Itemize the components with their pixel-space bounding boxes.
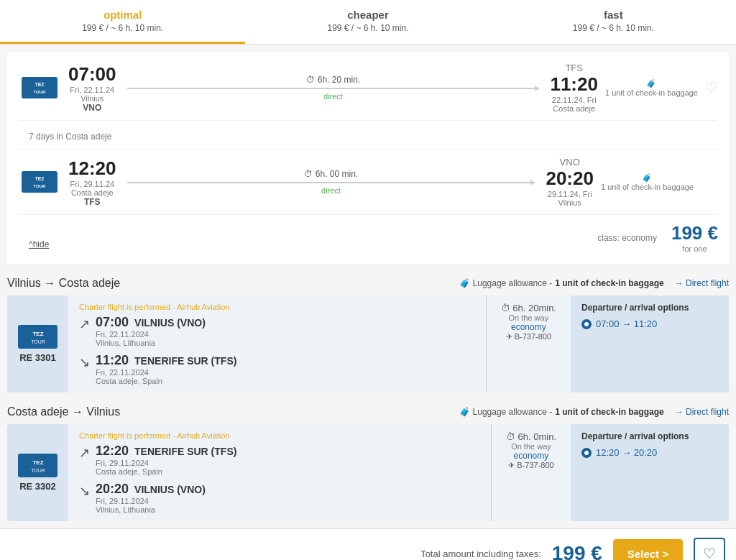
- days-text: 7 days in Costa adeje: [18, 128, 718, 142]
- wishlist-heart-outbound[interactable]: ♡: [705, 79, 718, 96]
- inbound-arr-time: 20:20: [96, 482, 129, 497]
- tabs-bar: optimal 199 € / ~ 6 h. 10 min. cheaper 1…: [0, 0, 736, 45]
- outbound-times: 07:00 Fri, 22.11.24 Vilnius VNO ⏱ 6h. 20…: [68, 63, 598, 113]
- inbound-baggage: 🧳 1 unit of check-in baggage: [601, 173, 694, 191]
- svg-text:TEZ: TEZ: [32, 459, 43, 466]
- divider-line: [18, 120, 718, 121]
- outbound-dep-details: 07:00 VILNIUS (VNO) Fri, 22.11.2024 Viln…: [96, 315, 206, 347]
- divider-line-2: [18, 149, 718, 150]
- outbound-luggage-bold: 1 unit of check-in baggage: [555, 278, 663, 288]
- baggage-icon-2: 🧳: [642, 173, 652, 182]
- inbound-flight-info: Charter flight is performed - Airhub Avi…: [68, 424, 491, 521]
- total-price: 199 €: [552, 542, 602, 560]
- inbound-depart-date: Fri, 29.11.24: [68, 180, 116, 188]
- inbound-dep-arr: ↗ 12:20 TENERIFE SUR (TFS) Fri, 29.11.20…: [79, 444, 480, 514]
- outbound-aircraft: ✈ B-737-800: [501, 332, 556, 341]
- outbound-arrive-time: 11:20: [550, 73, 598, 96]
- outbound-direct-link[interactable]: → Direct flight: [675, 278, 729, 288]
- inbound-stat-duration: ⏱ 6h. 0min.: [506, 431, 556, 442]
- svg-rect-6: [20, 326, 56, 348]
- inbound-arrive-code: VNO: [546, 157, 594, 167]
- inbound-depart-code: TFS: [68, 197, 116, 207]
- inbound-dep-details: 12:20 TENERIFE SUR (TFS) Fri, 29.11.2024…: [96, 444, 236, 476]
- svg-text:TEZ: TEZ: [34, 82, 45, 87]
- outbound-logo: TEZ TOUR: [18, 325, 58, 349]
- svg-text:TOUR: TOUR: [34, 184, 47, 188]
- inbound-dep-opt-title: Departure / arrival options: [581, 431, 718, 441]
- inbound-arr-loc: Vilnius, Lithuania: [96, 505, 206, 514]
- total-label: Total amount including taxes:: [420, 548, 541, 559]
- inbound-direct: direct: [127, 186, 535, 195]
- landing-icon-2: ↘: [79, 483, 90, 499]
- inbound-depart-block: 12:20 Fri, 29.11.24 Costa adeje TFS: [68, 157, 116, 207]
- outbound-arr-loc: Costa adeje, Spain: [96, 377, 236, 385]
- inbound-times: 12:20 Fri, 29.11.24 Costa adeje TFS ⏱ 6h…: [68, 157, 594, 207]
- inbound-class: economy: [506, 451, 556, 461]
- outbound-dep-opt-title: Departure / arrival options: [581, 303, 718, 313]
- tab-optimal[interactable]: optimal 199 € / ~ 6 h. 10 min.: [0, 0, 245, 44]
- inbound-section-header: Costa adeje → Vilnius 🧳 Luggage allowanc…: [7, 400, 729, 424]
- inbound-arr-name: VILNIUS (VNO): [134, 484, 206, 495]
- outbound-detail-section: Vilnius → Costa adeje 🧳 Luggage allowanc…: [7, 271, 729, 393]
- tab-fast-label: fast: [498, 9, 729, 21]
- hide-button[interactable]: ^hide: [18, 236, 60, 253]
- outbound-dep-opt-value: 07:00 → 11:20: [596, 318, 657, 329]
- outbound-depart-city-name: Vilnius: [80, 94, 104, 103]
- radio-selected: [581, 319, 592, 329]
- inbound-arrive-block: VNO 20:20 29.11.24, Fri Vilnius: [546, 157, 594, 207]
- inbound-depart-city: Costa adeje: [68, 188, 116, 197]
- inbound-on-way: On the way: [506, 442, 556, 451]
- inbound-meta: 🧳 Luggage allowance - 1 unit of check-in…: [459, 407, 729, 417]
- luggage-icon-4: 🧳: [459, 407, 470, 417]
- outbound-flight-info: Charter flight is performed - Airhub Avi…: [68, 295, 486, 393]
- svg-text:TOUR: TOUR: [34, 90, 47, 94]
- outbound-dep-loc: Vilnius, Lithuania: [96, 339, 206, 347]
- outbound-duration: ⏱ 6h. 20 min.: [127, 75, 540, 85]
- inbound-dep-options: Departure / arrival options 12:20 → 20:2…: [571, 424, 729, 521]
- outbound-dep-time: 07:00: [96, 315, 129, 330]
- outbound-airline-logo: TEZ TOUR: [18, 77, 61, 98]
- inbound-flight-number: RE 3302: [19, 481, 56, 492]
- landing-icon: ↘: [79, 354, 90, 370]
- inbound-luggage-info: 🧳 Luggage allowance - 1 unit of check-in…: [459, 407, 664, 417]
- inbound-depart-time: 12:20: [68, 157, 116, 180]
- tez-logo: TEZ TOUR: [22, 77, 58, 98]
- inbound-summary-row: TEZ TOUR 12:20 Fri, 29.11.24 Costa adeje…: [18, 157, 718, 207]
- outbound-arrive-code: TFS: [550, 63, 598, 73]
- select-button[interactable]: Select >: [613, 539, 683, 561]
- inbound-dep-date: Fri, 29.11.2024: [96, 459, 236, 467]
- inbound-charter: Charter flight is performed - Airhub Avi…: [79, 431, 480, 440]
- outbound-arrive-city: Costa adeje: [550, 104, 598, 113]
- summary-card: TEZ TOUR 07:00 Fri, 22.11.24 Vilnius VNO…: [7, 52, 729, 264]
- inbound-duration: ⏱ 6h. 00 min.: [127, 169, 535, 179]
- svg-rect-0: [22, 78, 57, 98]
- outbound-route-title: Vilnius → Costa adeje: [7, 277, 120, 290]
- outbound-direct: direct: [127, 92, 540, 101]
- svg-text:TOUR: TOUR: [31, 339, 45, 344]
- outbound-arrive-block: TFS 11:20 22.11.24, Fri Costa adeje: [550, 63, 598, 113]
- inbound-arrive-city: Vilnius: [546, 198, 594, 207]
- inbound-flight-line: [127, 182, 535, 183]
- summary-price: 199 €: [671, 222, 718, 244]
- outbound-dep-row: ↗ 07:00 VILNIUS (VNO) Fri, 22.11.2024 Vi…: [79, 315, 475, 347]
- outbound-depart-code: VNO: [68, 103, 116, 113]
- outbound-dep-date: Fri, 22.11.2024: [96, 330, 206, 339]
- outbound-arr-date: Fri, 22.11.2024: [96, 368, 236, 377]
- inbound-direct-link[interactable]: → Direct flight: [675, 407, 729, 417]
- bottom-bar: Total amount including taxes: 199 € Sele…: [0, 528, 736, 560]
- tab-cheaper-price: 199 € / ~ 6 h. 10 min.: [252, 23, 483, 33]
- wishlist-button[interactable]: ♡: [694, 538, 725, 560]
- inbound-aircraft: ✈ B-737-800: [506, 461, 556, 470]
- outbound-baggage: 🧳 1 unit of check-in baggage: [605, 79, 698, 97]
- inbound-detail-card: TEZ TOUR RE 3302 Charter flight is perfo…: [7, 424, 729, 521]
- inbound-flight-id: TEZ TOUR RE 3302: [7, 424, 68, 521]
- heart-icon: ♡: [703, 545, 716, 560]
- outbound-arr-row: ↘ 11:20 TENERIFE SUR (TFS) Fri, 22.11.20…: [79, 353, 475, 385]
- tab-cheaper-label: cheaper: [252, 9, 483, 21]
- inbound-dep-opt-item[interactable]: 12:20 → 20:20: [581, 447, 718, 458]
- tab-fast[interactable]: fast 199 € / ~ 6 h. 10 min.: [491, 0, 736, 44]
- inbound-detail-section: Costa adeje → Vilnius 🧳 Luggage allowanc…: [7, 400, 729, 521]
- outbound-dep-opt-item[interactable]: 07:00 → 11:20: [581, 318, 718, 329]
- tab-cheaper[interactable]: cheaper 199 € / ~ 6 h. 10 min.: [245, 0, 490, 44]
- class-info: class: economy: [597, 233, 657, 243]
